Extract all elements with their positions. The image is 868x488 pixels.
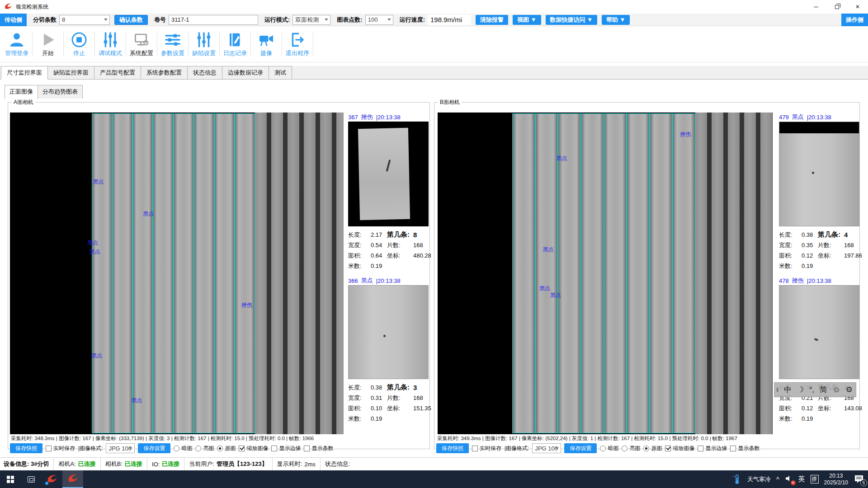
save-snapshot-button[interactable]: 保存快照 bbox=[436, 443, 469, 453]
subtab-front-image[interactable]: 正面图像 bbox=[5, 85, 38, 99]
bright-image-radio[interactable]: 亮图 bbox=[195, 445, 214, 452]
task-view-button[interactable] bbox=[21, 470, 42, 488]
defect-label: 挫伤 bbox=[241, 301, 252, 309]
ime-drag-handle[interactable]: ‖ bbox=[776, 386, 778, 393]
capture-button[interactable]: 摄像 bbox=[251, 29, 281, 59]
dark-image-radio[interactable]: 暗图 bbox=[600, 445, 618, 452]
admin-login-button[interactable]: 管理登录 bbox=[2, 29, 32, 59]
show-strip-count-checkbox[interactable]: 显示条数 bbox=[730, 445, 760, 452]
ime-simplified-button[interactable]: 简 bbox=[820, 385, 827, 395]
image-format-select[interactable]: JPG 100 bbox=[532, 443, 561, 453]
camera-a-panel: A面相机 黑点 黑点 黑点 黑点 挫伤 黑点 黑点 367 bbox=[8, 102, 430, 449]
clear-alarm-button[interactable]: 清除报警 bbox=[476, 15, 508, 25]
defect-settings-button[interactable]: 缺陷设置 bbox=[189, 29, 219, 59]
ime-fullwidth-moon-icon[interactable]: ☽ bbox=[797, 385, 804, 394]
zoom-image-checkbox[interactable]: 缩放图像 bbox=[665, 445, 694, 452]
ime-settings-gear-icon[interactable]: ⚙ bbox=[846, 385, 853, 394]
exit-program-button[interactable]: 退出程序 bbox=[283, 29, 312, 59]
checkbox-icon bbox=[730, 446, 736, 451]
defect-card: 479 黑点 |20:13:38 长度:0.38第几条:4 宽度:0.35片数:… bbox=[779, 113, 859, 271]
save-settings-button[interactable]: 保存设置 bbox=[564, 443, 597, 453]
start-button[interactable] bbox=[0, 470, 21, 488]
display-time-label: 显示耗时: bbox=[277, 460, 302, 468]
action-center-button[interactable]: 6 bbox=[854, 474, 865, 485]
system-config-button[interactable]: 系统配置 bbox=[127, 29, 156, 59]
chart-points-select[interactable]: 100 bbox=[365, 15, 393, 25]
app-statusbar: 设备信息: 3#分切 相机A:已连接 相机B:已连接 IO:已连接 当前用户:管… bbox=[0, 457, 868, 470]
camera-b-conn-label: 相机B: bbox=[105, 460, 123, 468]
ime-emoji-button[interactable]: ☺ bbox=[833, 385, 840, 394]
minimize-button[interactable] bbox=[806, 0, 826, 14]
roll-number-input[interactable]: 3117-1 bbox=[169, 15, 258, 25]
camera-a-conn-status: 已连接 bbox=[78, 460, 96, 468]
stop-button[interactable]: 停止 bbox=[64, 29, 94, 59]
debug-mode-button[interactable]: 调试模式 bbox=[95, 29, 125, 59]
view-menu-button[interactable]: 视图 ▼ bbox=[513, 15, 541, 25]
save-settings-button[interactable]: 保存设置 bbox=[138, 443, 170, 453]
defect-card-header: 479 黑点 |20:13:38 bbox=[779, 113, 859, 122]
checkbox-icon bbox=[304, 446, 310, 451]
camera-b-status-line: 采集耗时: 349.3ms | 图像计数: 167 | 像素坐标: (5202,… bbox=[437, 435, 737, 442]
taskbar-clock[interactable]: 20:13 2025/2/10 bbox=[824, 473, 848, 486]
defect-stats: 长度:0.38第几条:4 宽度:0.35片数:168 面积:0.12坐标:197… bbox=[779, 230, 859, 271]
realtime-save-checkbox[interactable]: 实时保存 bbox=[46, 445, 75, 452]
dark-image-radio[interactable]: 暗图 bbox=[174, 445, 192, 452]
close-button[interactable]: ✕ bbox=[847, 0, 868, 14]
language-indicator[interactable]: 英 bbox=[798, 475, 805, 483]
original-image-radio[interactable]: 原图 bbox=[217, 445, 236, 452]
log-record-button[interactable]: 日志记录 bbox=[220, 29, 250, 59]
defect-label: 黑点 bbox=[93, 178, 104, 186]
defect-type: 黑点 bbox=[792, 113, 804, 121]
camera-a-image: 黑点 黑点 黑点 黑点 挫伤 黑点 黑点 bbox=[10, 113, 344, 434]
tab-edge-data-record[interactable]: 边缘数据记录 bbox=[222, 66, 269, 79]
taskbar-app-1[interactable] bbox=[42, 470, 62, 488]
ime-punctuation-button[interactable]: °, bbox=[809, 385, 815, 394]
tab-test[interactable]: 测试 bbox=[269, 66, 292, 79]
help-menu-button[interactable]: 帮助 ▼ bbox=[602, 15, 630, 25]
tab-defect-monitor[interactable]: 缺陷监控界面 bbox=[47, 66, 94, 79]
radio-icon bbox=[622, 446, 627, 451]
params-settings-button[interactable]: 参数设置 bbox=[158, 29, 188, 59]
show-edge-checkbox[interactable]: 显示边缘 bbox=[698, 445, 727, 452]
confirm-count-button[interactable]: 确认条数 bbox=[114, 15, 148, 25]
run-speed-value: 198.9m/mi bbox=[428, 14, 471, 25]
start-button[interactable]: 开始 bbox=[33, 29, 63, 59]
subtab-trend-chart[interactable]: 分布趋势图表 bbox=[38, 85, 83, 99]
defect-label: 黑点 bbox=[539, 284, 550, 292]
save-snapshot-button[interactable]: 保存快照 bbox=[10, 443, 42, 453]
volume-muted-button[interactable]: ✕ bbox=[785, 475, 793, 484]
split-count-select[interactable]: 8 bbox=[59, 15, 110, 25]
bright-image-radio[interactable]: 亮图 bbox=[622, 445, 640, 452]
defect-thumbnail bbox=[348, 285, 429, 379]
original-image-radio[interactable]: 原图 bbox=[643, 445, 662, 452]
realtime-save-checkbox[interactable]: 实时保存 bbox=[472, 445, 501, 452]
tab-status-info[interactable]: 状态信息 bbox=[187, 66, 222, 79]
camera-a-save-controls: 保存快照 实时保存 |图像格式: JPG 100 保存设置 暗图 亮图 原图 缩… bbox=[10, 442, 333, 454]
operator-side-button[interactable]: 操作侧 bbox=[841, 14, 868, 26]
drive-side-button[interactable]: 传动侧 bbox=[0, 14, 27, 26]
clock-date: 2025/2/10 bbox=[824, 479, 848, 486]
show-edge-checkbox[interactable]: 显示边缘 bbox=[271, 445, 301, 452]
defect-mark bbox=[383, 335, 386, 337]
show-strip-count-checkbox[interactable]: 显示条数 bbox=[304, 445, 333, 452]
tab-system-params-config[interactable]: 系统参数配置 bbox=[141, 66, 188, 79]
tab-product-model-config[interactable]: 产品型号配置 bbox=[94, 66, 141, 79]
defect-label: 黑点 bbox=[543, 245, 554, 253]
maximize-button[interactable] bbox=[826, 0, 847, 14]
ime-indicator[interactable]: 拼 bbox=[811, 475, 819, 483]
weather-text[interactable]: 天气寒冷 bbox=[747, 475, 771, 483]
taskbar-app-2-active[interactable] bbox=[62, 470, 83, 488]
data-quick-access-menu-button[interactable]: 数据快捷访问 ▼ bbox=[546, 15, 597, 25]
radio-icon bbox=[195, 446, 201, 451]
device-info: 设备信息: 3#分切 bbox=[4, 460, 49, 468]
ime-chinese-mode-button[interactable]: 中 bbox=[784, 385, 792, 395]
run-mode-select[interactable]: 双面检测 bbox=[292, 15, 330, 25]
tray-expand-chevron[interactable]: ^ bbox=[776, 476, 779, 483]
io-conn-label: IO: bbox=[152, 461, 160, 468]
image-format-select[interactable]: JPG 100 bbox=[106, 443, 135, 453]
defect-time: |20:13:38 bbox=[376, 114, 401, 121]
thermometer-icon[interactable] bbox=[732, 474, 742, 485]
zoom-image-checkbox[interactable]: 缩放图像 bbox=[239, 445, 268, 452]
image-format-label: |图像格式: bbox=[78, 445, 103, 452]
tab-size-monitor[interactable]: 尺寸监控界面 bbox=[1, 66, 48, 80]
